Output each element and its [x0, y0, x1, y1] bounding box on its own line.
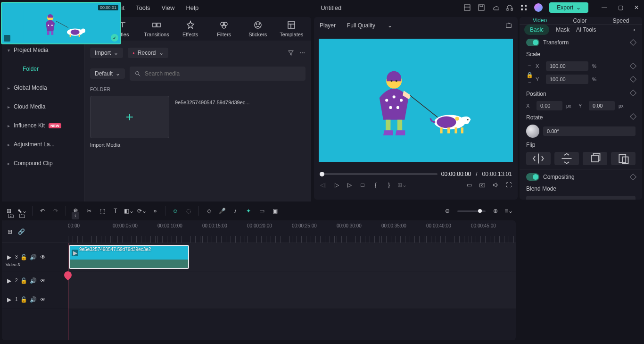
sidebar-folder[interactable]: Folder	[2, 59, 84, 78]
user-avatar[interactable]	[534, 3, 543, 12]
keyframe-icon[interactable]: ✦	[245, 208, 252, 214]
menu-view[interactable]: View	[161, 4, 174, 11]
cloud-icon[interactable]	[492, 4, 499, 11]
folder-icon[interactable]	[19, 212, 25, 219]
search-box[interactable]	[130, 67, 305, 81]
subtab-mask[interactable]: Mask	[556, 26, 570, 33]
stop-icon[interactable]: □	[359, 182, 366, 188]
menu-tools[interactable]: Tools	[136, 4, 150, 11]
more-icon[interactable]: ⋯	[299, 50, 305, 56]
scale-x-input[interactable]	[546, 61, 588, 71]
quality-dropdown[interactable]: Full Quality⌄	[342, 20, 397, 31]
more-tools-icon[interactable]: »	[152, 208, 158, 214]
tab-transitions[interactable]: Transitions	[140, 17, 173, 41]
sidebar-influence-kit[interactable]: ▸Influence KitNEW	[2, 116, 84, 135]
visibility-icon[interactable]: 👁	[40, 296, 46, 303]
filter-icon[interactable]	[288, 50, 294, 56]
transform-toggle[interactable]	[526, 39, 539, 46]
record-dropdown[interactable]: ●Record⌄	[128, 48, 168, 58]
prev-frame-icon[interactable]: ◁|	[320, 182, 326, 188]
sort-dropdown[interactable]: Default⌄	[90, 68, 125, 79]
menu-help[interactable]: Help	[186, 4, 198, 11]
lock-icon[interactable]: 🔒	[526, 72, 533, 78]
adjust-icon[interactable]: ◧⌄	[125, 208, 132, 214]
music-icon[interactable]: ♪	[232, 208, 239, 214]
flip-horizontal-button[interactable]	[526, 152, 551, 165]
mute-icon[interactable]: 🔊	[30, 296, 37, 303]
compare-icon[interactable]: ⊞⌄	[399, 182, 405, 188]
paste-button[interactable]	[611, 152, 636, 165]
maximize-icon[interactable]: ▢	[617, 4, 624, 11]
rotate-input[interactable]	[543, 126, 636, 136]
compositing-toggle[interactable]	[526, 173, 539, 181]
crop-icon[interactable]: ⬚	[99, 208, 106, 214]
flip-vertical-button[interactable]	[554, 152, 579, 165]
speed-icon[interactable]: ⟳⌄	[139, 208, 145, 214]
preview-scrubber[interactable]	[320, 173, 438, 175]
link-icon[interactable]: 🔗	[18, 228, 25, 235]
sidebar-compound-clip[interactable]: ▸Compound Clip	[2, 154, 84, 173]
zoom-in-icon[interactable]: ⊕	[492, 208, 499, 214]
blend-mode-select[interactable]: Normal⌄	[526, 196, 636, 200]
minimize-icon[interactable]: —	[601, 4, 608, 11]
render-icon[interactable]: ▭	[258, 208, 265, 214]
tab-templates[interactable]: Templates	[276, 17, 308, 41]
marker-icon[interactable]: ◇	[206, 208, 212, 214]
play-icon[interactable]: ▷	[346, 182, 353, 188]
apps-icon[interactable]	[520, 4, 528, 11]
timeline-clip[interactable]: ▶ 9e5e3257490547.59d79d39ec3e2	[69, 245, 189, 269]
lock-icon[interactable]: 🔓	[21, 277, 27, 284]
volume-icon[interactable]	[492, 182, 499, 188]
mute-icon[interactable]: 🔊	[30, 254, 37, 260]
headphones-icon[interactable]	[506, 4, 513, 11]
camera-icon[interactable]	[479, 182, 486, 188]
fullscreen-icon[interactable]: ⛶	[505, 182, 512, 188]
keyframe-diamond-icon[interactable]	[630, 76, 636, 83]
pos-x-input[interactable]	[537, 101, 562, 110]
import-media-card[interactable]: + Import Media	[90, 96, 169, 148]
keyframe-diamond-icon[interactable]	[630, 113, 636, 120]
search-input[interactable]	[145, 70, 301, 77]
mark-in-icon[interactable]: {	[372, 182, 379, 188]
zoom-out-icon[interactable]: ⊖	[444, 208, 451, 214]
lock-icon[interactable]: 🔓	[21, 296, 27, 303]
time-ruler[interactable]: 00:00 00:00:05:00 00:00:10:00 00:00:15:0…	[68, 220, 516, 243]
redo-icon[interactable]: ↷	[52, 208, 59, 214]
subtab-ai-tools[interactable]: AI Tools	[576, 26, 596, 33]
prop-tab-speed[interactable]: Speed	[613, 17, 629, 24]
sidebar-cloud-media[interactable]: ▸Cloud Media	[2, 97, 84, 116]
playhead[interactable]	[68, 243, 68, 340]
copy-button[interactable]	[583, 152, 607, 165]
keyframe-diamond-icon[interactable]	[630, 90, 636, 96]
collapse-sidebar-button[interactable]: ‹	[72, 212, 79, 219]
preview-canvas[interactable]	[319, 39, 513, 162]
lock-icon[interactable]: 🔓	[21, 254, 27, 260]
visibility-icon[interactable]: 👁	[40, 254, 46, 260]
layout-icon[interactable]	[463, 4, 471, 11]
display-icon[interactable]: ▭	[466, 182, 472, 188]
snapshot-tool-icon[interactable]: ▣	[272, 208, 278, 214]
mark-out-icon[interactable]: }	[386, 182, 392, 188]
mute-icon[interactable]: 🔊	[30, 277, 37, 284]
add-track-icon[interactable]: ⊞	[7, 228, 13, 235]
tab-effects[interactable]: Effects	[174, 17, 206, 41]
keyframe-diamond-icon[interactable]	[630, 63, 636, 69]
color-icon[interactable]: ◌	[185, 208, 192, 214]
prop-tab-color[interactable]: Color	[573, 17, 587, 24]
text-icon[interactable]: T	[112, 208, 119, 214]
ai-icon[interactable]: ☺	[172, 208, 179, 214]
view-options-icon[interactable]: ≡⌄	[505, 208, 512, 214]
subtab-basic[interactable]: Basic	[524, 25, 549, 35]
voiceover-icon[interactable]: 🎤	[219, 208, 225, 214]
scale-y-input[interactable]	[546, 75, 588, 84]
media-clip-card[interactable]: 00:00:01 ✓ 9e5e3257490547.59d79d39ec...	[175, 96, 254, 148]
play-pause-icon[interactable]: |▷	[333, 182, 339, 188]
save-icon[interactable]	[478, 4, 485, 11]
rotate-knob[interactable]	[526, 125, 539, 138]
pos-y-input[interactable]	[589, 101, 615, 110]
export-button[interactable]: Export⌄	[549, 2, 588, 13]
zoom-slider[interactable]	[457, 210, 486, 212]
sidebar-adjustment-layer[interactable]: ▸Adjustment La...	[2, 135, 84, 154]
sidebar-global-media[interactable]: ▸Global Media	[2, 78, 84, 97]
keyframe-diamond-icon[interactable]	[630, 39, 636, 46]
